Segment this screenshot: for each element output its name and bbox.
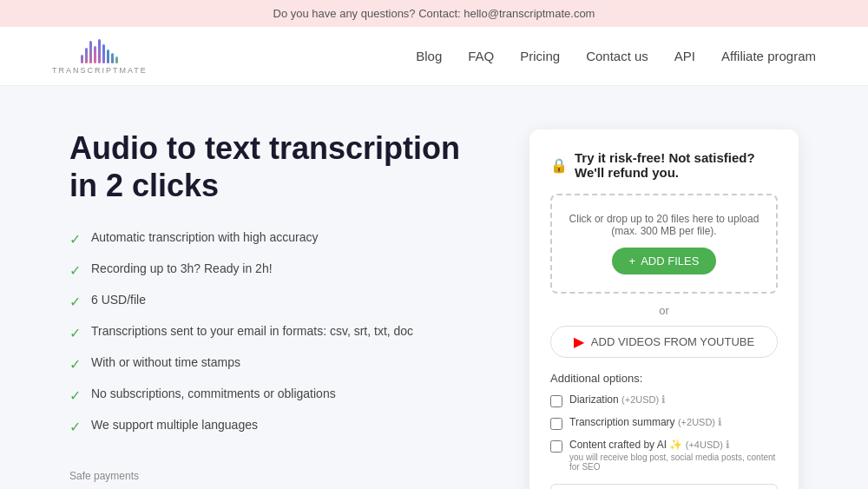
diarization-label: Diarization	[569, 393, 619, 406]
add-youtube-button[interactable]: ▶ ADD VIDEOS FROM YOUTUBE	[550, 326, 778, 358]
transcription-summary-checkbox[interactable]	[550, 418, 562, 430]
plus-icon: +	[629, 254, 636, 268]
feature-text-1: Automatic transcription with high accura…	[91, 230, 318, 244]
check-icon-3: ✓	[69, 294, 81, 310]
diarization-info-icon: ℹ	[661, 393, 666, 406]
nav-contact[interactable]: Contact us	[586, 49, 648, 63]
check-icon-2: ✓	[69, 262, 81, 279]
email-input[interactable]	[550, 484, 778, 489]
content-crafted-price: (+4USD)	[686, 439, 723, 450]
check-icon-7: ✓	[69, 419, 81, 435]
nav-blog[interactable]: Blog	[416, 49, 442, 63]
feature-text-5: With or without time stamps	[91, 355, 240, 369]
feature-text-2: Recording up to 3h? Ready in 2h!	[91, 261, 273, 275]
transcription-summary-info-icon: ℹ	[718, 416, 722, 428]
feature-text-3: 6 USD/file	[91, 293, 146, 307]
transcription-summary-option: Transcription summary (+2USD) ℹ	[550, 416, 778, 430]
nav-api[interactable]: API	[674, 49, 695, 63]
feature-list: ✓ Automatic transcription with high accu…	[69, 230, 477, 435]
content-crafted-option: Content crafted by AI ✨ (+4USD) ℹ you wi…	[550, 439, 778, 472]
youtube-icon: ▶	[574, 334, 584, 350]
header: TRANSCRIPTMATE Blog FAQ Pricing Contact …	[0, 27, 868, 86]
check-icon-5: ✓	[69, 356, 81, 373]
logo-icon	[81, 37, 118, 63]
check-icon-4: ✓	[69, 325, 81, 341]
feature-text-7: We support multiple languages	[91, 418, 258, 432]
main-content: Audio to text transcription in 2 clicks …	[0, 86, 868, 489]
feature-item-5: ✓ With or without time stamps	[69, 355, 477, 373]
diarization-option: Diarization (+2USD) ℹ	[550, 393, 778, 407]
top-banner: Do you have any questions? Contact: hell…	[0, 0, 868, 27]
main-nav: Blog FAQ Pricing Contact us API Affiliat…	[416, 49, 816, 63]
lock-icon: 🔒	[550, 157, 568, 174]
feature-item-1: ✓ Automatic transcription with high accu…	[69, 230, 477, 248]
transcription-summary-price: (+2USD)	[678, 417, 715, 427]
form-header: 🔒 Try it risk-free! Not satisfied? We'll…	[550, 150, 778, 180]
upload-zone[interactable]: Click or drop up to 20 files here to upl…	[550, 194, 778, 294]
or-divider: or	[550, 304, 778, 317]
feature-item-4: ✓ Transcriptions sent to your email in f…	[69, 324, 477, 341]
add-files-label: ADD FILES	[641, 254, 699, 268]
safe-payments-label: Safe payments	[69, 470, 477, 482]
nav-affiliate[interactable]: Affiliate program	[721, 49, 816, 63]
safe-payments: Safe payments VISA AMERICAN EXPRESS PayP…	[69, 470, 477, 489]
content-crafted-checkbox[interactable]	[550, 440, 562, 453]
diarization-price: (+2USD)	[621, 394, 659, 405]
feature-item-2: ✓ Recording up to 3h? Ready in 2h!	[69, 261, 477, 279]
logo-text: TRANSCRIPTMATE	[52, 66, 148, 75]
form-header-text: Try it risk-free! Not satisfied? We'll r…	[575, 150, 778, 180]
content-crafted-subtext: you will receive blog post, social media…	[569, 453, 778, 472]
check-icon-1: ✓	[69, 231, 81, 248]
transcription-summary-label: Transcription summary	[569, 416, 675, 428]
form-card: 🔒 Try it risk-free! Not satisfied? We'll…	[529, 129, 799, 489]
right-section: 🔒 Try it risk-free! Not satisfied? We'll…	[529, 129, 799, 489]
banner-text: Do you have any questions? Contact: hell…	[273, 7, 595, 20]
additional-options-label: Additional options:	[550, 372, 778, 385]
nav-faq[interactable]: FAQ	[468, 49, 494, 63]
nav-pricing[interactable]: Pricing	[520, 49, 560, 63]
left-section: Audio to text transcription in 2 clicks …	[69, 129, 477, 489]
content-crafted-info-icon: ℹ	[726, 439, 730, 451]
logo: TRANSCRIPTMATE	[52, 37, 148, 75]
hero-title: Audio to text transcription in 2 clicks	[69, 129, 477, 204]
content-crafted-label: Content crafted by AI ✨	[569, 439, 682, 451]
check-icon-6: ✓	[69, 387, 81, 404]
add-files-button[interactable]: + ADD FILES	[612, 248, 717, 274]
feature-item-3: ✓ 6 USD/file	[69, 293, 477, 310]
upload-zone-text: Click or drop up to 20 files here to upl…	[569, 213, 760, 237]
email-input-wrap	[550, 484, 778, 489]
feature-item-6: ✓ No subscriptions, commitments or oblig…	[69, 387, 477, 404]
feature-text-4: Transcriptions sent to your email in for…	[91, 324, 413, 338]
feature-text-6: No subscriptions, commitments or obligat…	[91, 387, 336, 400]
diarization-checkbox[interactable]	[550, 395, 562, 407]
youtube-btn-label: ADD VIDEOS FROM YOUTUBE	[591, 335, 754, 348]
feature-item-7: ✓ We support multiple languages	[69, 418, 477, 435]
